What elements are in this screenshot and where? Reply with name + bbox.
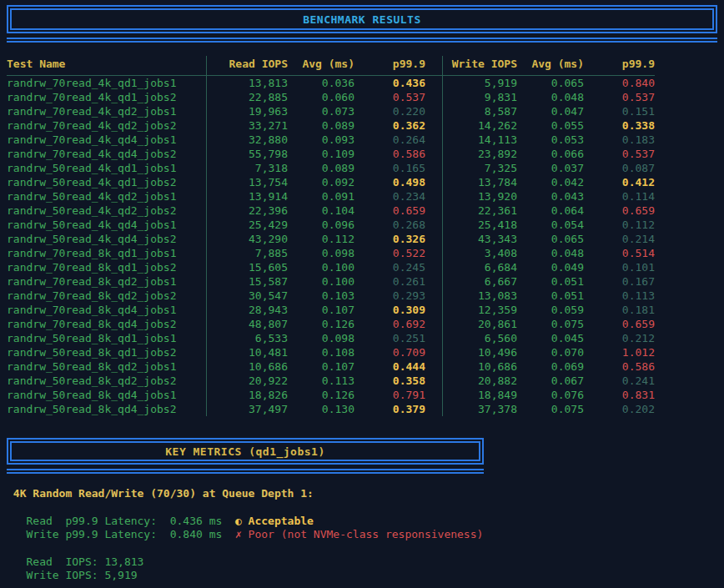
write-p999-cell: 0.831 [584, 388, 655, 402]
write-avg-cell: 0.051 [517, 289, 584, 303]
test-name-cell: randrw_70read_8k_qd2_jobs2 [7, 289, 206, 303]
read-avg-cell: 0.091 [288, 189, 354, 204]
read-p999-cell: 0.261 [354, 274, 425, 289]
read-iops-cell: 22,396 [206, 204, 288, 218]
col-header-read-avg: Avg (ms) [288, 56, 354, 75]
read-iops-cell: 10,481 [206, 345, 288, 359]
write-avg-cell: 0.055 [517, 118, 584, 133]
test-name-cell: randrw_50read_4k_qd4_jobs1 [7, 218, 206, 232]
read-latency-status: ◐ Acceptable [235, 515, 314, 527]
read-p999-cell: 0.498 [354, 175, 425, 189]
table-row: randrw_70read_4k_qd1_jobs222,8850.0600.5… [7, 90, 655, 104]
write-avg-cell: 0.076 [517, 388, 584, 402]
row-spacer-cell [425, 331, 442, 345]
read-latency-line: Read p99.9 Latency: 0.436 ms ◐ Acceptabl… [7, 515, 717, 529]
table-row: randrw_70read_4k_qd2_jobs233,2710.0890.3… [7, 118, 655, 133]
col-header-test-name: Test Name [7, 56, 206, 75]
read-iops-cell: 15,587 [206, 274, 288, 289]
read-latency-label: Read p99.9 Latency: 0.436 ms [7, 515, 235, 527]
read-p999-cell: 0.791 [354, 388, 425, 402]
read-p999-cell: 0.379 [354, 402, 425, 416]
row-spacer-cell [425, 317, 442, 331]
write-avg-cell: 0.045 [517, 331, 584, 345]
read-p999-cell: 0.245 [354, 260, 425, 274]
read-p999-cell: 0.234 [354, 189, 425, 204]
read-p999-cell: 0.709 [354, 345, 425, 359]
table-row: randrw_50read_4k_qd2_jobs113,9140.0910.2… [7, 189, 655, 204]
read-p999-cell: 0.659 [354, 204, 425, 218]
write-iops-cell: 9,831 [442, 90, 517, 104]
key-metrics-title: KEY METRICS (qd1_jobs1) [165, 445, 325, 458]
read-p999-cell: 0.586 [354, 147, 425, 161]
row-spacer-cell [425, 133, 442, 147]
read-p999-cell: 0.537 [354, 90, 425, 104]
write-p999-cell: 0.181 [584, 303, 655, 317]
write-iops-cell: 10,496 [442, 345, 517, 359]
benchmark-results-banner: BENCHMARK RESULTS [7, 5, 717, 33]
read-iops-cell: 25,429 [206, 218, 288, 232]
test-name-cell: randrw_50read_4k_qd1_jobs2 [7, 175, 206, 189]
write-avg-cell: 0.066 [517, 147, 584, 161]
read-iops-cell: 32,880 [206, 133, 288, 147]
col-header-read-p999: p99.9 [354, 56, 425, 75]
table-row: randrw_50read_8k_qd4_jobs237,4970.1300.3… [7, 402, 655, 416]
x-icon: ✗ [235, 528, 242, 540]
write-iops-cell: 12,359 [442, 303, 517, 317]
read-p999-cell: 0.220 [354, 104, 425, 118]
write-avg-cell: 0.047 [517, 104, 584, 118]
read-p999-cell: 0.436 [354, 76, 425, 90]
write-iops-cell: 13,784 [442, 175, 517, 189]
read-p999-cell: 0.362 [354, 118, 425, 133]
write-p999-cell: 0.338 [584, 118, 655, 133]
row-spacer-cell [425, 104, 442, 118]
read-iops-cell: 13,754 [206, 175, 288, 189]
read-avg-cell: 0.104 [288, 204, 354, 218]
results-table: Test Name Read IOPS Avg (ms) p99.9 Write… [7, 56, 655, 416]
test-name-cell: randrw_70read_8k_qd1_jobs1 [7, 246, 206, 260]
read-avg-cell: 0.109 [288, 147, 354, 161]
read-avg-cell: 0.107 [288, 359, 354, 374]
write-p999-cell: 0.537 [584, 90, 655, 104]
write-p999-cell: 0.659 [584, 204, 655, 218]
write-p999-cell: 0.151 [584, 104, 655, 118]
row-spacer-cell [425, 147, 442, 161]
write-iops-cell: 22,361 [442, 204, 517, 218]
read-p999-cell: 0.309 [354, 303, 425, 317]
write-p999-cell: 0.586 [584, 359, 655, 374]
read-avg-cell: 0.126 [288, 388, 354, 402]
metrics-section-heading: 4K Random Read/Write (70/30) at Queue De… [7, 487, 717, 501]
read-avg-cell: 0.093 [288, 133, 354, 147]
read-avg-cell: 0.098 [288, 331, 354, 345]
table-row: randrw_50read_4k_qd1_jobs213,7540.0920.4… [7, 175, 655, 189]
read-avg-cell: 0.108 [288, 345, 354, 359]
test-name-cell: randrw_70read_4k_qd2_jobs2 [7, 118, 206, 133]
read-iops-cell: 15,605 [206, 260, 288, 274]
row-spacer-cell [425, 402, 442, 416]
row-spacer-cell [425, 260, 442, 274]
col-header-write-iops: Write IOPS [442, 56, 517, 75]
read-avg-cell: 0.073 [288, 104, 354, 118]
row-spacer-cell [425, 246, 442, 260]
write-p999-cell: 0.112 [584, 218, 655, 232]
test-name-cell: randrw_50read_4k_qd2_jobs1 [7, 189, 206, 204]
table-row: randrw_70read_8k_qd2_jobs230,5470.1030.2… [7, 289, 655, 303]
write-avg-cell: 0.064 [517, 204, 584, 218]
read-avg-cell: 0.092 [288, 175, 354, 189]
read-iops-cell: 7,885 [206, 246, 288, 260]
table-row: randrw_70read_4k_qd4_jobs255,7980.1090.5… [7, 147, 655, 161]
write-iops-cell: 43,343 [442, 232, 517, 246]
read-status-text: Acceptable [242, 515, 314, 527]
test-name-cell: randrw_70read_8k_qd2_jobs1 [7, 274, 206, 289]
test-name-cell: randrw_50read_4k_qd1_jobs1 [7, 161, 206, 175]
read-avg-cell: 0.107 [288, 303, 354, 317]
header-spacer-cell [425, 56, 442, 75]
test-name-cell: randrw_50read_4k_qd4_jobs2 [7, 232, 206, 246]
test-name-cell: randrw_70read_8k_qd4_jobs2 [7, 317, 206, 331]
write-iops-cell: 13,920 [442, 189, 517, 204]
row-spacer-cell [425, 274, 442, 289]
read-avg-cell: 0.100 [288, 274, 354, 289]
read-avg-cell: 0.103 [288, 289, 354, 303]
write-avg-cell: 0.042 [517, 175, 584, 189]
write-iops-cell: 10,686 [442, 359, 517, 374]
write-avg-cell: 0.053 [517, 133, 584, 147]
